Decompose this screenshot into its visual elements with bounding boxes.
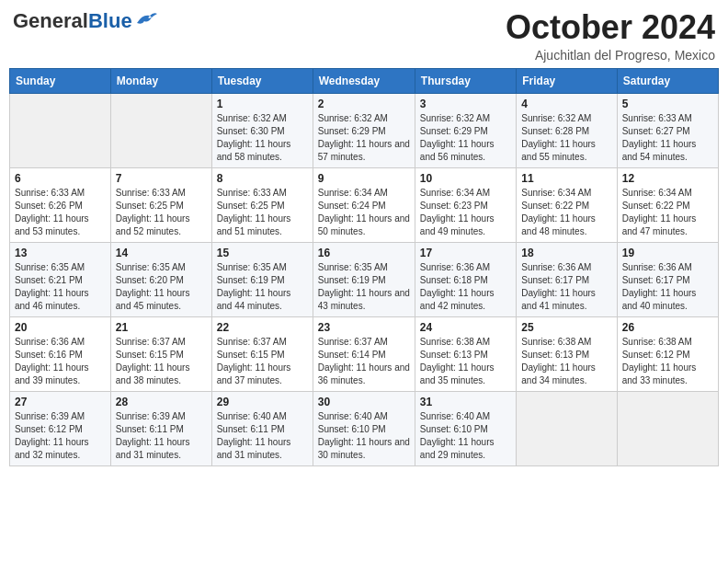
page-header: GeneralBlue October 2024 Ajuchitlan del …: [9, 9, 719, 63]
day-info: Sunrise: 6:39 AM Sunset: 6:11 PM Dayligh…: [116, 410, 207, 462]
month-title: October 2024: [506, 9, 715, 46]
day-number: 14: [116, 247, 207, 259]
day-info: Sunrise: 6:33 AM Sunset: 6:25 PM Dayligh…: [217, 187, 308, 238]
day-number: 19: [622, 247, 713, 259]
day-info: Sunrise: 6:38 AM Sunset: 6:13 PM Dayligh…: [420, 336, 511, 387]
day-info: Sunrise: 6:33 AM Sunset: 6:27 PM Dayligh…: [622, 112, 713, 164]
calendar-week-row: 1Sunrise: 6:32 AM Sunset: 6:30 PM Daylig…: [10, 93, 719, 167]
day-number: 3: [420, 98, 511, 110]
logo-general: General: [13, 9, 88, 32]
day-number: 10: [420, 172, 511, 185]
day-number: 18: [521, 247, 611, 259]
calendar-cell: 16Sunrise: 6:35 AM Sunset: 6:19 PM Dayli…: [313, 242, 415, 316]
day-number: 28: [116, 396, 207, 408]
calendar-header-cell-thursday: Thursday: [415, 68, 516, 93]
day-info: Sunrise: 6:32 AM Sunset: 6:30 PM Dayligh…: [217, 112, 308, 164]
day-number: 24: [420, 321, 511, 334]
calendar-header-row: SundayMondayTuesdayWednesdayThursdayFrid…: [10, 68, 719, 93]
day-info: Sunrise: 6:34 AM Sunset: 6:24 PM Dayligh…: [318, 187, 410, 238]
day-number: 11: [521, 172, 611, 185]
day-number: 22: [217, 321, 308, 334]
day-info: Sunrise: 6:32 AM Sunset: 6:28 PM Dayligh…: [521, 112, 611, 164]
location-title: Ajuchitlan del Progreso, Mexico: [506, 48, 715, 63]
title-block: October 2024 Ajuchitlan del Progreso, Me…: [506, 9, 715, 63]
calendar-cell: 29Sunrise: 6:40 AM Sunset: 6:11 PM Dayli…: [211, 391, 313, 465]
logo-text: GeneralBlue: [13, 9, 132, 33]
day-info: Sunrise: 6:35 AM Sunset: 6:19 PM Dayligh…: [217, 261, 308, 313]
day-number: 31: [420, 396, 511, 408]
calendar-cell: 21Sunrise: 6:37 AM Sunset: 6:15 PM Dayli…: [110, 316, 211, 391]
calendar-cell: [617, 391, 718, 465]
logo: GeneralBlue: [13, 9, 157, 33]
day-info: Sunrise: 6:36 AM Sunset: 6:17 PM Dayligh…: [521, 261, 611, 313]
calendar-cell: 14Sunrise: 6:35 AM Sunset: 6:20 PM Dayli…: [110, 242, 211, 316]
calendar-cell: 2Sunrise: 6:32 AM Sunset: 6:29 PM Daylig…: [313, 93, 415, 167]
day-number: 30: [318, 396, 410, 408]
day-info: Sunrise: 6:34 AM Sunset: 6:23 PM Dayligh…: [420, 187, 511, 238]
day-number: 23: [318, 321, 410, 334]
day-number: 13: [15, 247, 106, 259]
calendar-cell: 20Sunrise: 6:36 AM Sunset: 6:16 PM Dayli…: [10, 316, 111, 391]
calendar-cell: 25Sunrise: 6:38 AM Sunset: 6:13 PM Dayli…: [517, 316, 617, 391]
calendar-cell: 9Sunrise: 6:34 AM Sunset: 6:24 PM Daylig…: [313, 167, 415, 242]
calendar-week-row: 27Sunrise: 6:39 AM Sunset: 6:12 PM Dayli…: [10, 391, 719, 465]
calendar-cell: 27Sunrise: 6:39 AM Sunset: 6:12 PM Dayli…: [10, 391, 111, 465]
day-number: 4: [521, 98, 611, 110]
day-info: Sunrise: 6:37 AM Sunset: 6:15 PM Dayligh…: [116, 336, 207, 387]
calendar-week-row: 6Sunrise: 6:33 AM Sunset: 6:26 PM Daylig…: [10, 167, 719, 242]
logo-blue-text: Blue: [88, 9, 132, 32]
calendar-cell: 8Sunrise: 6:33 AM Sunset: 6:25 PM Daylig…: [211, 167, 313, 242]
calendar-cell: 30Sunrise: 6:40 AM Sunset: 6:10 PM Dayli…: [313, 391, 415, 465]
calendar-header-cell-saturday: Saturday: [617, 68, 718, 93]
day-number: 9: [318, 172, 410, 185]
day-number: 20: [15, 321, 106, 334]
calendar-header: SundayMondayTuesdayWednesdayThursdayFrid…: [10, 68, 719, 93]
calendar-cell: 1Sunrise: 6:32 AM Sunset: 6:30 PM Daylig…: [211, 93, 313, 167]
calendar-cell: [110, 93, 211, 167]
logo-bird-icon: [135, 10, 157, 29]
day-number: 16: [318, 247, 410, 259]
day-number: 25: [521, 321, 611, 334]
day-info: Sunrise: 6:32 AM Sunset: 6:29 PM Dayligh…: [420, 112, 511, 164]
day-info: Sunrise: 6:37 AM Sunset: 6:14 PM Dayligh…: [318, 336, 410, 387]
calendar-cell: 24Sunrise: 6:38 AM Sunset: 6:13 PM Dayli…: [415, 316, 516, 391]
day-number: 17: [420, 247, 511, 259]
day-number: 7: [116, 172, 207, 185]
day-info: Sunrise: 6:36 AM Sunset: 6:16 PM Dayligh…: [15, 336, 106, 387]
calendar-cell: 12Sunrise: 6:34 AM Sunset: 6:22 PM Dayli…: [617, 167, 718, 242]
day-info: Sunrise: 6:32 AM Sunset: 6:29 PM Dayligh…: [318, 112, 410, 164]
day-number: 6: [15, 172, 106, 185]
day-info: Sunrise: 6:40 AM Sunset: 6:11 PM Dayligh…: [217, 410, 308, 462]
day-info: Sunrise: 6:39 AM Sunset: 6:12 PM Dayligh…: [15, 410, 106, 462]
day-number: 15: [217, 247, 308, 259]
day-number: 27: [15, 396, 106, 408]
day-info: Sunrise: 6:38 AM Sunset: 6:12 PM Dayligh…: [622, 336, 713, 387]
day-info: Sunrise: 6:33 AM Sunset: 6:26 PM Dayligh…: [15, 187, 106, 238]
calendar-cell: 15Sunrise: 6:35 AM Sunset: 6:19 PM Dayli…: [211, 242, 313, 316]
day-number: 8: [217, 172, 308, 185]
calendar-header-cell-friday: Friday: [517, 68, 617, 93]
calendar-cell: [10, 93, 111, 167]
calendar-table: SundayMondayTuesdayWednesdayThursdayFrid…: [9, 68, 719, 466]
day-number: 2: [318, 98, 410, 110]
calendar-cell: 18Sunrise: 6:36 AM Sunset: 6:17 PM Dayli…: [517, 242, 617, 316]
calendar-cell: 22Sunrise: 6:37 AM Sunset: 6:15 PM Dayli…: [211, 316, 313, 391]
calendar-header-cell-monday: Monday: [110, 68, 211, 93]
day-info: Sunrise: 6:40 AM Sunset: 6:10 PM Dayligh…: [420, 410, 511, 462]
day-info: Sunrise: 6:38 AM Sunset: 6:13 PM Dayligh…: [521, 336, 611, 387]
calendar-week-row: 20Sunrise: 6:36 AM Sunset: 6:16 PM Dayli…: [10, 316, 719, 391]
day-info: Sunrise: 6:36 AM Sunset: 6:18 PM Dayligh…: [420, 261, 511, 313]
calendar-cell: 26Sunrise: 6:38 AM Sunset: 6:12 PM Dayli…: [617, 316, 718, 391]
calendar-header-cell-sunday: Sunday: [10, 68, 111, 93]
day-number: 26: [622, 321, 713, 334]
day-info: Sunrise: 6:37 AM Sunset: 6:15 PM Dayligh…: [217, 336, 308, 387]
calendar-cell: 5Sunrise: 6:33 AM Sunset: 6:27 PM Daylig…: [617, 93, 718, 167]
day-info: Sunrise: 6:35 AM Sunset: 6:19 PM Dayligh…: [318, 261, 410, 313]
calendar-cell: 17Sunrise: 6:36 AM Sunset: 6:18 PM Dayli…: [415, 242, 516, 316]
day-number: 1: [217, 98, 308, 110]
day-info: Sunrise: 6:35 AM Sunset: 6:20 PM Dayligh…: [116, 261, 207, 313]
calendar-cell: 6Sunrise: 6:33 AM Sunset: 6:26 PM Daylig…: [10, 167, 111, 242]
calendar-cell: 3Sunrise: 6:32 AM Sunset: 6:29 PM Daylig…: [415, 93, 516, 167]
calendar-cell: 11Sunrise: 6:34 AM Sunset: 6:22 PM Dayli…: [517, 167, 617, 242]
day-info: Sunrise: 6:34 AM Sunset: 6:22 PM Dayligh…: [521, 187, 611, 238]
